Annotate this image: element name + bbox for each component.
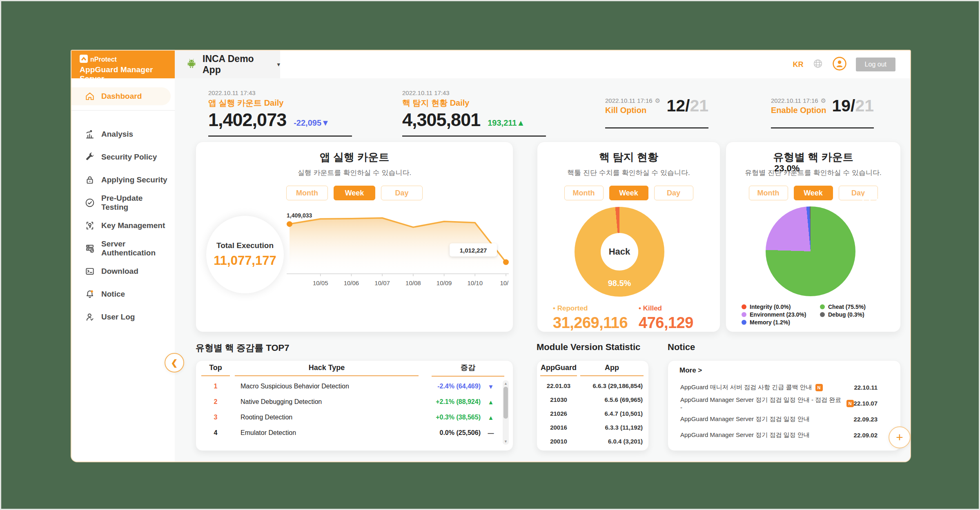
notice-item[interactable]: AppGuard Manager Server 정기 점검 일정 안내 N 22… — [680, 427, 878, 443]
table-scrollbar[interactable]: ▲ ▼ — [503, 380, 509, 445]
check-circle-icon — [85, 197, 95, 208]
svg-text:10/05: 10/05 — [313, 279, 328, 286]
module-table-header: AppGuard App — [537, 361, 648, 379]
up-arrow-icon: ▲ — [481, 414, 501, 421]
notice-item[interactable]: AppGuard Manager Server 정기 점검 일정 안내 N 22… — [680, 411, 878, 427]
dashboard-page: nProtect AppGuard Manager Server — [0, 0, 980, 510]
globe-icon[interactable] — [813, 58, 823, 71]
sidebar-divider — [71, 110, 175, 111]
user-avatar-icon[interactable] — [832, 56, 847, 73]
reported-value: 31,269,116 — [553, 314, 628, 332]
card-hack-count-by-type: 유형별 핵 카운트 유형별 진단 카운트를 확인하실 수 있습니다. Month… — [726, 142, 901, 332]
scroll-down-icon[interactable]: ▼ — [503, 439, 509, 443]
app-selector[interactable]: INCA Demo App ▾ — [175, 51, 280, 78]
sidebar-item-analysis[interactable]: Analysis — [71, 125, 171, 143]
header-right: KR Log out — [793, 51, 910, 78]
language-selector[interactable]: KR — [793, 60, 804, 69]
sidebar-item-user-log[interactable]: User Log — [71, 308, 171, 326]
enable-option-current: 19 — [832, 96, 851, 115]
module-section-title: Module Version Statistic — [537, 342, 640, 353]
sidebar-item-applying-security[interactable]: Applying Security — [71, 171, 171, 189]
type-pie-chart — [766, 206, 855, 296]
selected-app-name: INCA Demo App — [203, 53, 266, 75]
sidebar-item-key-management[interactable]: Key Management — [71, 217, 171, 235]
hack-donut-chart: Hack 98.5% — [575, 207, 664, 297]
tab-day[interactable]: Day — [654, 186, 693, 200]
logout-button[interactable]: Log out — [856, 58, 895, 71]
tab-week[interactable]: Week — [609, 186, 648, 200]
header: nProtect AppGuard Manager Server — [71, 51, 910, 78]
card-subtitle: 유형별 진단 카운트를 확인하실 수 있습니다. — [726, 168, 900, 177]
table-row: 210266.4.7 (10,501) — [537, 406, 648, 420]
sidebar-item-server-authentication[interactable]: Server Authentication — [71, 239, 171, 257]
sidebar-item-dashboard[interactable]: Dashboard — [71, 87, 171, 105]
pie-label-cheat: 75.5% — [861, 194, 886, 205]
killed-value: 476,129 — [639, 314, 693, 332]
svg-text:1,012,227: 1,012,227 — [460, 247, 487, 254]
table-row: 210306.5.6 (69,965) — [537, 392, 648, 406]
card-title: 앱 실행 카운트 — [196, 150, 513, 164]
sidebar-item-security-policy[interactable]: Security Policy — [71, 148, 171, 166]
wrench-icon — [85, 152, 95, 162]
down-arrow-icon: ▼ — [481, 383, 501, 390]
stat-value: 4,305,801 — [402, 109, 480, 131]
legend-dot-debug — [820, 312, 825, 317]
kill-option-current: 12 — [666, 96, 685, 115]
legend-dot-cheat — [820, 304, 825, 309]
table-row: 22.01.036.6.3 (29,186,854) — [537, 379, 648, 392]
home-icon — [85, 91, 95, 102]
lock-icon — [85, 175, 95, 185]
sidebar-item-notice[interactable]: Notice — [71, 285, 171, 303]
scrollbar-thumb[interactable] — [503, 387, 508, 419]
card-app-execution-count: 앱 실행 카운트 실행 카운트를 확인하실 수 있습니다. Month Week… — [196, 142, 513, 332]
top7-header: Top Hack Type 증감 — [196, 361, 513, 379]
user-icon — [85, 312, 95, 322]
stat-label: 앱 실행 카운트 Daily — [208, 98, 352, 109]
notice-panel: More > AppGuard 매니저 서버 점검 사항 긴급 콜백 안내 N … — [668, 360, 901, 451]
notice-item[interactable]: AppGuard 매니저 서버 점검 사항 긴급 콜백 안내 N 22.10.1… — [680, 379, 878, 395]
table-row: 4 Emulator Detection 0.0% (25,506) — — [196, 425, 513, 441]
main-content: 2022.10.11 17:43 앱 실행 카운트 Daily 1,402,07… — [175, 78, 910, 461]
card-title: 유형별 핵 카운트 — [726, 150, 900, 164]
app-window: nProtect AppGuard Manager Server — [71, 50, 911, 462]
sidebar-item-pre-update-testing[interactable]: Pre-Update Testing — [71, 194, 171, 212]
pie-label-environment: 23.0% — [774, 163, 800, 174]
total-execution-label: Total Execution — [216, 241, 274, 250]
key-icon — [85, 220, 95, 231]
tab-week[interactable]: Week — [334, 186, 375, 200]
logo: nProtect AppGuard Manager Server — [71, 51, 175, 78]
module-version-table: AppGuard App 22.01.036.6.3 (29,186,854) … — [537, 360, 649, 451]
stat-enable-option: 2022.10.11 17:16⚙ Enable Option 19/21 — [771, 89, 874, 129]
table-row: 2 Native Debugging Detection +2.1% (88,9… — [196, 394, 513, 410]
table-row: 3 Rooting Detection +0.3% (38,565) ▲ — [196, 410, 513, 425]
legend-dot-memory — [742, 320, 746, 325]
notice-more-link[interactable]: More > — [679, 366, 702, 375]
bell-icon — [85, 289, 95, 299]
execution-line-chart: 10/0510/0610/0710/0810/0910/1010/1 1,409… — [287, 208, 509, 291]
gear-icon[interactable]: ⚙ — [655, 97, 660, 104]
donut-percent-label: 98.5% — [608, 279, 631, 288]
killed-stat: • Killed 476,129 — [639, 304, 693, 332]
card-hack-detection: 핵 탐지 현황 핵툴 진단 수치를 확인하실 수 있습니다. Month Wee… — [537, 142, 720, 332]
stat-timestamp: 2022.10.11 17:43 — [402, 89, 546, 96]
collapse-sidebar-button[interactable]: ❮ — [165, 353, 184, 373]
stat-delta: 193,211 — [488, 118, 517, 127]
tab-month[interactable]: Month — [749, 186, 788, 200]
tab-month[interactable]: Month — [286, 186, 328, 200]
up-arrow-icon: ▲ — [481, 399, 501, 406]
scroll-up-icon[interactable]: ▲ — [503, 381, 509, 386]
tab-week[interactable]: Week — [794, 186, 833, 200]
add-button[interactable]: + — [889, 426, 911, 448]
notice-item[interactable]: AppGuard Manager Server 정기 점검 일정 안내 - 점검… — [680, 395, 878, 411]
stat-timestamp: 2022.10.11 17:16 — [771, 97, 818, 104]
terminal-icon — [85, 266, 95, 277]
tab-month[interactable]: Month — [564, 186, 604, 200]
up-arrow-icon: ▲ — [517, 118, 525, 127]
stat-hack-detection-daily: 2022.10.11 17:43 핵 탐지 현황 Daily 4,305,801… — [402, 89, 546, 137]
tab-day[interactable]: Day — [381, 186, 423, 200]
stat-label: Kill Option — [605, 106, 660, 115]
svg-text:10/09: 10/09 — [437, 279, 452, 286]
sidebar-item-download[interactable]: Download — [71, 262, 171, 280]
gear-icon[interactable]: ⚙ — [821, 97, 826, 104]
down-arrow-icon: ▼ — [321, 118, 330, 127]
